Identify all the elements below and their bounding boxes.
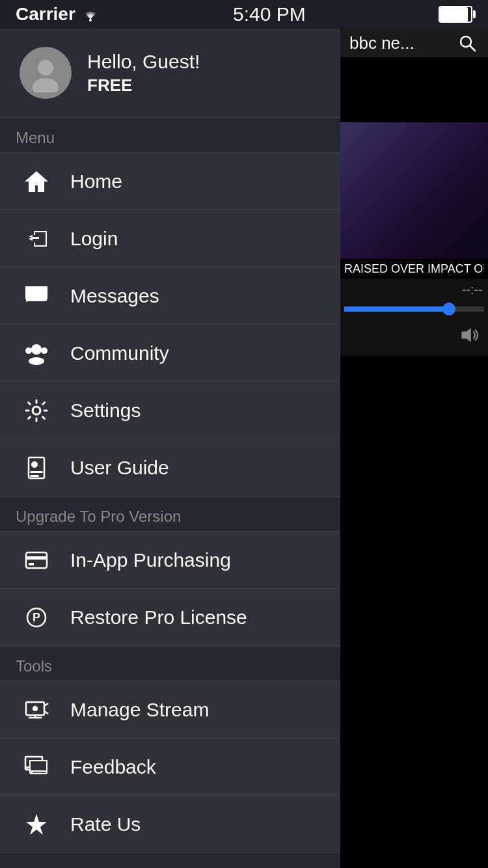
rate-icon (20, 807, 53, 841)
sidebar-item-home[interactable]: Home (0, 153, 340, 210)
sidebar-item-restore[interactable]: P Restore Pro License (0, 589, 340, 646)
sidebar-item-manage-stream[interactable]: Manage Stream (0, 681, 340, 739)
settings-icon (20, 394, 53, 427)
svg-rect-14 (30, 475, 39, 477)
svg-point-9 (29, 357, 44, 365)
manage-stream-label: Manage Stream (70, 699, 209, 721)
stream-icon (20, 693, 53, 727)
battery-icon (439, 6, 472, 23)
svg-point-1 (38, 60, 53, 75)
avatar-icon (26, 53, 65, 92)
sidebar-item-community[interactable]: Community (0, 325, 340, 382)
main-container: Hello, Guest! FREE Menu Home Login (0, 29, 488, 868)
progress-fill (344, 306, 449, 312)
svg-rect-15 (26, 552, 47, 568)
svg-text:P: P (33, 611, 40, 624)
sidebar-item-settings[interactable]: Settings (0, 382, 340, 439)
svg-line-29 (470, 46, 475, 51)
sidebar-item-user-guide[interactable]: User Guide (0, 439, 340, 496)
ticker-text: RAISED OVER IMPACT OF OIL S (344, 262, 484, 276)
in-app-label: In-App Purchasing (70, 549, 231, 571)
video-header: bbc ne... (340, 29, 488, 57)
profile-section[interactable]: Hello, Guest! FREE (0, 29, 340, 118)
progress-bar[interactable] (344, 306, 484, 312)
status-bar: Carrier 5:40 PM (0, 0, 488, 29)
search-icon (458, 34, 476, 52)
messages-label: Messages (70, 285, 159, 307)
user-guide-label: User Guide (70, 457, 169, 479)
profile-name: Hello, Guest! (87, 51, 200, 73)
sidebar-item-rate-us[interactable]: Rate Us (0, 796, 340, 853)
community-icon (20, 336, 53, 370)
video-person: RAISED OVER IMPACT OF OIL S (340, 122, 488, 278)
svg-point-8 (41, 347, 47, 354)
purchase-icon (20, 543, 53, 577)
drawer-scroll[interactable]: Menu Home Login Messages (0, 118, 340, 868)
svg-point-6 (31, 344, 42, 355)
volume-control[interactable] (340, 317, 488, 356)
svg-point-2 (33, 78, 59, 92)
svg-rect-13 (30, 471, 43, 473)
drawer-menu: Hello, Guest! FREE Menu Home Login (0, 29, 340, 868)
avatar (20, 47, 72, 99)
video-panel: bbc ne... RAISED OVER IMPACT OF OIL S --… (340, 29, 488, 868)
svg-point-7 (25, 347, 32, 354)
svg-point-0 (89, 19, 92, 21)
video-time: --:-- (340, 278, 488, 301)
login-icon (20, 222, 53, 256)
status-time: 5:40 PM (233, 3, 306, 25)
wifi-icon (81, 7, 100, 21)
profile-tier: FREE (87, 75, 200, 96)
time-display: --:-- (462, 282, 483, 297)
svg-point-12 (31, 461, 38, 468)
sidebar-item-login[interactable]: Login (0, 210, 340, 267)
restore-icon: P (20, 601, 53, 634)
svg-marker-30 (461, 328, 470, 342)
messages-icon (20, 279, 53, 313)
video-black-top (340, 57, 488, 122)
user-guide-icon (20, 451, 53, 485)
carrier-label: Carrier (16, 4, 75, 25)
settings-label: Settings (70, 400, 141, 422)
carrier-info: Carrier (16, 4, 100, 25)
upgrade-section-label: Upgrade To Pro Version (0, 496, 340, 532)
video-title: bbc ne... (349, 33, 414, 53)
home-icon (20, 165, 53, 198)
progress-bar-section[interactable] (340, 301, 488, 317)
svg-point-23 (33, 706, 38, 711)
search-button[interactable] (455, 31, 479, 55)
svg-rect-17 (29, 563, 34, 565)
progress-knob[interactable] (442, 303, 455, 316)
sidebar-item-in-app[interactable]: In-App Purchasing (0, 532, 340, 589)
login-label: Login (70, 228, 118, 250)
sidebar-item-feedback[interactable]: Feedback (0, 739, 340, 796)
speaker-icon (458, 323, 481, 347)
svg-point-10 (33, 407, 40, 414)
home-label: Home (70, 170, 122, 193)
feedback-icon (20, 750, 53, 784)
menu-section-label: Menu (0, 118, 340, 153)
feedback-label: Feedback (70, 756, 156, 778)
tools-section-label: Tools (0, 646, 340, 681)
volume-icon[interactable] (458, 323, 481, 349)
restore-label: Restore Pro License (70, 606, 247, 629)
community-label: Community (70, 342, 169, 364)
sidebar-item-messages[interactable]: Messages (0, 267, 340, 325)
rate-us-label: Rate Us (70, 813, 141, 835)
profile-info: Hello, Guest! FREE (87, 51, 200, 96)
svg-rect-16 (26, 556, 47, 560)
